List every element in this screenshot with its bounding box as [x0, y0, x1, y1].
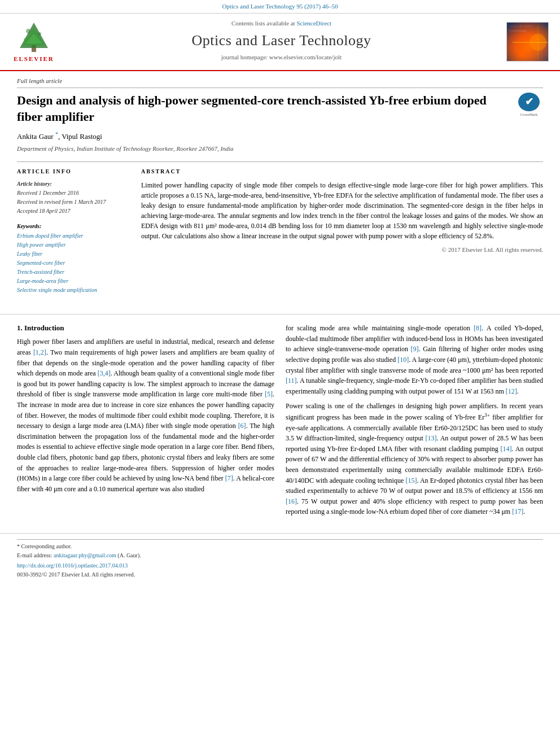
keyword-2[interactable]: High power amplifier	[17, 241, 130, 249]
doi-link[interactable]: http://dx.doi.org/10.1016/j.optlastec.20…	[17, 562, 128, 569]
author-ankita: Ankita Gaur *	[17, 132, 58, 141]
contents-line: Contents lists available at ScienceDirec…	[56, 19, 506, 28]
section-divider	[0, 314, 560, 314]
intro-paragraph-2: for scaling mode area while maintaining …	[286, 323, 543, 396]
keyword-1[interactable]: Erbium doped fiber amplifier	[17, 232, 130, 240]
right-column: for scaling mode area while maintaining …	[286, 323, 543, 522]
keyword-3[interactable]: Leaky fiber	[17, 250, 130, 258]
authors: Ankita Gaur *, Vipul Rastogi	[17, 130, 543, 142]
article-info-panel: ARTICLE INFO Article history: Received 1…	[17, 168, 130, 294]
section-number: 1.	[17, 324, 24, 332]
accepted-date: Accepted 18 April 2017	[17, 207, 130, 215]
keyword-6[interactable]: Large-mode-area fiber	[17, 277, 130, 285]
main-content: 1. Introduction High power fiber lasers …	[0, 323, 560, 522]
footer-copyright: 0030-3992/© 2017 Elsevier Ltd. All right…	[17, 571, 543, 579]
ref-16[interactable]: [16]	[286, 497, 297, 505]
keyword-4[interactable]: Segmented-core fiber	[17, 259, 130, 267]
homepage-line: journal homepage: www.elsevier.com/locat…	[56, 53, 506, 62]
email-suffix: (A. Gaur).	[117, 552, 141, 558]
left-column: 1. Introduction High power fiber lasers …	[17, 323, 274, 522]
elsevier-logo: ELSEVIER	[11, 20, 56, 63]
section-name: Introduction	[24, 324, 64, 332]
footer-area: * Corresponding author. E-mail address: …	[0, 533, 560, 582]
journal-header-center: Contents lists available at ScienceDirec…	[56, 19, 506, 64]
ref-9[interactable]: [9]	[411, 345, 419, 353]
article-info-abstract: ARTICLE INFO Article history: Received 1…	[17, 161, 543, 294]
author-vipul: Vipul Rastogi	[62, 132, 102, 141]
copyright: © 2017 Elsevier Ltd. All rights reserved…	[141, 246, 543, 254]
journal-cover: Optics & LaserTechnology	[506, 22, 549, 62]
keyword-5[interactable]: Trench-assisted fiber	[17, 268, 130, 276]
abstract-text: Limited power handling capacity of singl…	[141, 180, 543, 241]
ref-12[interactable]: [12]	[506, 387, 517, 395]
ref-17[interactable]: [17]	[512, 508, 523, 516]
author-names: Ankita Gaur *, Vipul Rastogi	[17, 132, 102, 141]
ref-5[interactable]: [5]	[265, 390, 273, 398]
email-link[interactable]: ankitagaur.phy@gmail.com	[54, 552, 116, 558]
ref-8[interactable]: [8]	[474, 324, 482, 332]
ref-10[interactable]: [10]	[397, 356, 409, 364]
article-info-heading: ARTICLE INFO	[17, 168, 130, 176]
svg-point-4	[26, 29, 30, 33]
article-title-row: Design and analysis of high-power segmen…	[17, 93, 543, 125]
intro-section-title: 1. Introduction	[17, 323, 274, 333]
ref-14[interactable]: [14]	[501, 445, 512, 453]
ref-7[interactable]: [7]	[225, 474, 233, 482]
journal-citation: Optics and Laser Technology 95 (2017) 46…	[222, 3, 338, 10]
affiliation: Department of Physics, Indian Institute …	[17, 145, 543, 153]
intro-paragraph-3: Power scaling is one of the challenges i…	[286, 401, 543, 517]
received-date: Received 1 December 2016	[17, 189, 130, 197]
svg-point-6	[24, 38, 27, 41]
abstract-section: ABSTRACT Limited power handling capacity…	[141, 168, 543, 294]
keywords-section: Keywords: Erbium doped fiber amplifier H…	[17, 221, 130, 294]
corresponding-label: * Corresponding author.	[17, 543, 72, 549]
journal-citation-bar: Optics and Laser Technology 95 (2017) 46…	[0, 0, 560, 14]
crossmark: ✔ CrossMark	[515, 93, 543, 118]
article-body: Full length article Design and analysis …	[0, 71, 560, 306]
article-history: Article history: Received 1 December 201…	[17, 180, 130, 215]
footnote-email: E-mail address: ankitagaur.phy@gmail.com…	[17, 552, 543, 560]
keywords-label: Keywords:	[17, 223, 41, 229]
keyword-7[interactable]: Selective single mode amplification	[17, 286, 130, 294]
sciencedirect-link[interactable]: ScienceDirect	[296, 20, 331, 27]
footer-doi: http://dx.doi.org/10.1016/j.optlastec.20…	[17, 562, 543, 570]
elsevier-text: ELSEVIER	[14, 55, 54, 63]
crossmark-icon: ✔	[518, 93, 540, 111]
journal-header: ELSEVIER Contents lists available at Sci…	[0, 14, 560, 71]
ref-1-2[interactable]: [1,2]	[33, 348, 46, 356]
article-title: Design and analysis of high-power segmen…	[17, 93, 497, 125]
ref-13[interactable]: [13]	[426, 434, 437, 442]
revised-date: Received in revised form 1 March 2017	[17, 198, 130, 206]
ref-11[interactable]: [11]	[286, 377, 297, 385]
email-label: E-mail address:	[17, 552, 52, 558]
ref-6[interactable]: [6]	[238, 422, 246, 430]
journal-title: Optics and Laser Technology	[56, 30, 506, 51]
article-type: Full length article	[17, 77, 543, 88]
ref-15[interactable]: [15]	[405, 477, 417, 484]
svg-point-5	[38, 32, 41, 36]
intro-paragraph-1: High power fiber lasers and amplifiers a…	[17, 337, 274, 494]
footnote-corresponding: * Corresponding author.	[17, 539, 543, 551]
ref-3-4[interactable]: [3,4]	[98, 369, 111, 377]
abstract-heading: ABSTRACT	[141, 168, 543, 176]
crossmark-label: CrossMark	[520, 112, 537, 118]
history-label: Article history:	[17, 180, 130, 188]
